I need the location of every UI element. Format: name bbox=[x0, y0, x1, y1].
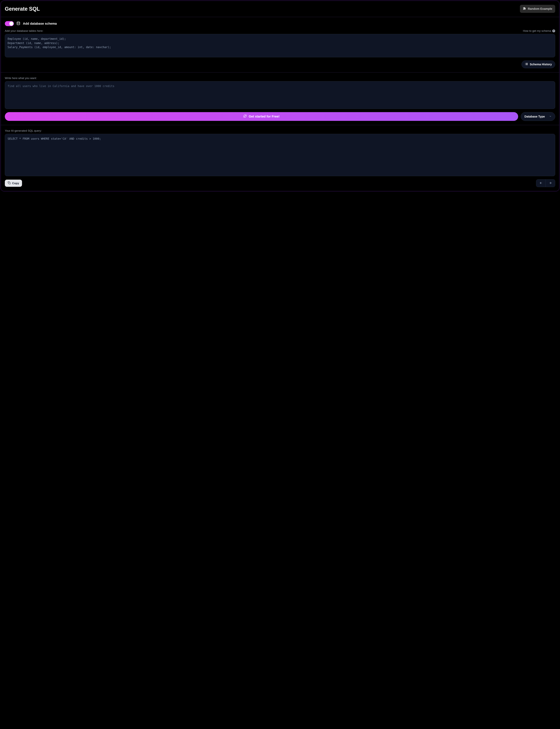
prompt-label: Write here what you want: bbox=[5, 77, 37, 80]
schema-label-row: Add your database tables here: How to ge… bbox=[5, 29, 555, 33]
copy-label: Copy bbox=[12, 182, 19, 185]
toggle-knob bbox=[9, 22, 13, 26]
arrow-left-icon bbox=[539, 182, 542, 185]
result-output[interactable] bbox=[5, 134, 555, 176]
svg-point-0 bbox=[17, 22, 20, 23]
schema-history-row: Schema History bbox=[5, 61, 555, 68]
dbtype-label: Database Type bbox=[524, 115, 545, 118]
page-title: Generate SQL bbox=[5, 6, 40, 12]
app-container: Generate SQL Random Example Add bbox=[1, 1, 559, 191]
copy-button[interactable]: Copy bbox=[5, 180, 22, 187]
help-icon: ? bbox=[552, 29, 555, 32]
header: Generate SQL Random Example bbox=[1, 1, 559, 17]
list-icon bbox=[525, 62, 528, 66]
next-button[interactable] bbox=[546, 180, 555, 187]
result-section: Your AI-generated SQL query: Copy bbox=[1, 125, 559, 191]
svg-rect-7 bbox=[9, 183, 11, 184]
schema-section: Add database schema Add your database ta… bbox=[1, 17, 559, 72]
schema-help-link[interactable]: How to get my schema ? bbox=[523, 29, 555, 33]
get-started-button[interactable]: Get started for Free! bbox=[5, 112, 518, 121]
puzzle-icon bbox=[523, 7, 526, 11]
schema-toggle[interactable] bbox=[5, 21, 14, 26]
cta-label: Get started for Free! bbox=[249, 115, 280, 118]
schema-history-label: Schema History bbox=[530, 63, 552, 66]
schema-toggle-label: Add database schema bbox=[23, 22, 57, 26]
random-example-label: Random Example bbox=[528, 7, 552, 11]
action-row: Get started for Free! Database Type bbox=[5, 112, 555, 121]
schema-input-label: Add your database tables here: bbox=[5, 29, 43, 33]
schema-input[interactable] bbox=[5, 34, 555, 57]
database-type-button[interactable]: Database Type bbox=[521, 112, 555, 121]
arrow-right-icon bbox=[549, 182, 552, 185]
prompt-label-row: Write here what you want: bbox=[5, 77, 555, 80]
database-icon bbox=[16, 21, 20, 26]
schema-toggle-row: Add database schema bbox=[5, 21, 555, 26]
nav-buttons bbox=[536, 179, 555, 187]
random-example-button[interactable]: Random Example bbox=[520, 5, 555, 13]
schema-help-text: How to get my schema bbox=[523, 29, 551, 33]
result-footer: Copy bbox=[5, 179, 555, 187]
chevron-down-icon bbox=[549, 115, 552, 118]
result-label-row: Your AI-generated SQL query: bbox=[5, 129, 555, 132]
schema-history-button[interactable]: Schema History bbox=[521, 61, 555, 68]
prev-button[interactable] bbox=[536, 180, 546, 187]
prompt-section: Write here what you want: Get started fo… bbox=[1, 72, 559, 125]
result-label: Your AI-generated SQL query: bbox=[5, 129, 42, 132]
prompt-input[interactable] bbox=[5, 81, 555, 109]
refresh-icon bbox=[243, 115, 247, 119]
copy-icon bbox=[8, 181, 11, 185]
